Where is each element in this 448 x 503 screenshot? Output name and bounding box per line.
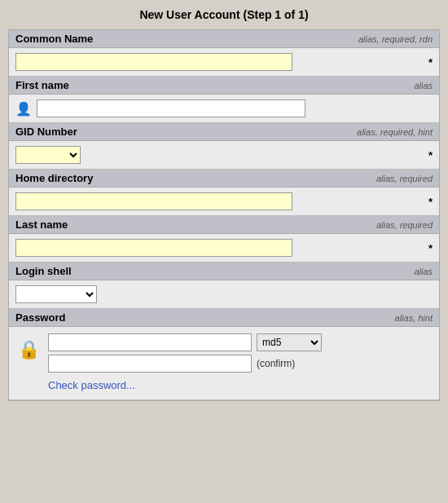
common-name-meta: alias, required, rdn xyxy=(358,34,433,44)
first-name-body: 👤 xyxy=(9,95,439,122)
password-confirm-input[interactable] xyxy=(48,355,252,373)
common-name-input[interactable] xyxy=(15,53,292,71)
last-name-section: Last name alias, required * xyxy=(9,216,439,263)
home-directory-body: * xyxy=(9,188,439,215)
first-name-header: First name alias xyxy=(9,77,439,95)
password-hash-select[interactable]: md5 xyxy=(257,333,322,351)
login-shell-section: Login shell alias xyxy=(9,263,439,309)
login-shell-select[interactable] xyxy=(15,285,97,303)
first-name-section: First name alias 👤 xyxy=(9,77,439,123)
check-password-link[interactable]: Check password... xyxy=(48,379,433,391)
common-name-required: * xyxy=(428,56,433,68)
password-input[interactable] xyxy=(48,333,252,351)
page-wrapper: New User Account (Step 1 of 1) Common Na… xyxy=(0,0,448,417)
home-directory-header: Home directory alias, required xyxy=(9,170,439,188)
confirm-label: (confirm) xyxy=(257,358,295,369)
home-directory-input[interactable] xyxy=(15,192,292,210)
gid-number-label: GID Number xyxy=(15,126,77,138)
common-name-section: Common Name alias, required, rdn * xyxy=(9,30,439,77)
gid-number-required: * xyxy=(428,149,433,161)
lock-icon: 🔒 xyxy=(15,333,42,366)
home-directory-meta: alias, required xyxy=(376,174,433,183)
first-name-input[interactable] xyxy=(37,99,305,117)
last-name-label: Last name xyxy=(15,218,68,231)
login-shell-label: Login shell xyxy=(15,265,72,277)
page-title: New User Account (Step 1 of 1) xyxy=(0,8,448,21)
login-shell-body xyxy=(9,280,439,308)
last-name-input[interactable] xyxy=(15,239,292,257)
home-directory-label: Home directory xyxy=(15,172,93,184)
password-label: Password xyxy=(15,311,65,324)
form-container: Common Name alias, required, rdn * First… xyxy=(8,29,440,401)
first-name-meta: alias xyxy=(414,81,433,90)
user-icon: 👤 xyxy=(15,100,32,117)
gid-number-header: GID Number alias, required, hint xyxy=(9,123,439,141)
gid-number-meta: alias, required, hint xyxy=(357,127,433,137)
common-name-header: Common Name alias, required, rdn xyxy=(9,30,439,48)
password-body: 🔒 md5 (confirm) Check password... xyxy=(9,327,439,399)
last-name-required: * xyxy=(428,242,433,254)
first-name-label: First name xyxy=(15,79,69,91)
password-fields: md5 (confirm) Check password... xyxy=(48,333,433,391)
password-confirm-row: (confirm) xyxy=(48,355,433,373)
password-section: Password alias, hint 🔒 md5 (confirm) xyxy=(9,309,439,400)
common-name-label: Common Name xyxy=(15,33,93,45)
login-shell-header: Login shell alias xyxy=(9,263,439,280)
login-shell-meta: alias xyxy=(414,267,433,276)
last-name-header: Last name alias, required xyxy=(9,216,439,234)
last-name-meta: alias, required xyxy=(376,220,433,230)
home-directory-section: Home directory alias, required * xyxy=(9,170,439,216)
gid-number-select[interactable] xyxy=(15,146,81,164)
gid-number-body: * xyxy=(9,141,439,169)
password-main-row: md5 xyxy=(48,333,433,351)
common-name-body: * xyxy=(9,48,439,76)
password-meta: alias, hint xyxy=(395,313,433,323)
gid-number-section: GID Number alias, required, hint * xyxy=(9,123,439,170)
last-name-body: * xyxy=(9,234,439,262)
home-directory-required: * xyxy=(428,196,433,208)
password-header: Password alias, hint xyxy=(9,309,439,327)
